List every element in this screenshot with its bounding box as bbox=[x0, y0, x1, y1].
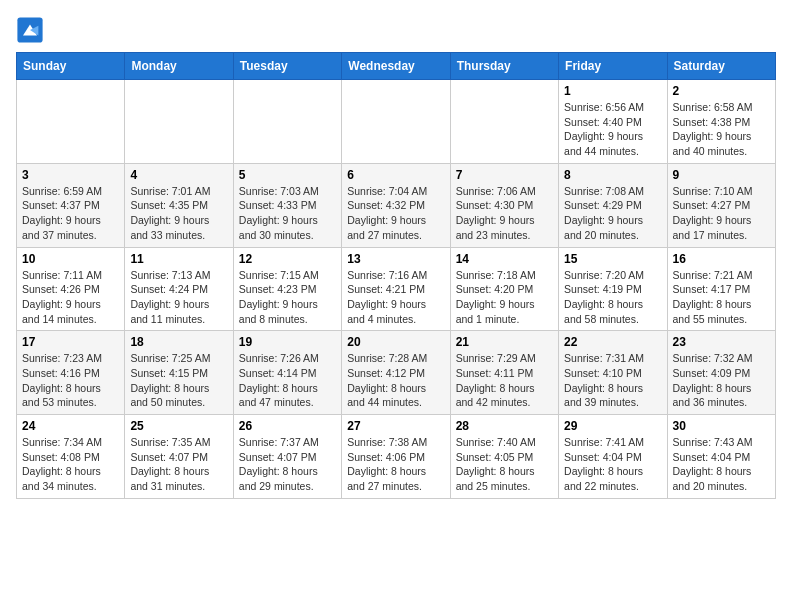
calendar-cell: 6Sunrise: 7:04 AM Sunset: 4:32 PM Daylig… bbox=[342, 163, 450, 247]
page-header bbox=[16, 16, 776, 44]
day-info: Sunrise: 7:35 AM Sunset: 4:07 PM Dayligh… bbox=[130, 435, 227, 494]
day-number: 1 bbox=[564, 84, 661, 98]
day-info: Sunrise: 7:34 AM Sunset: 4:08 PM Dayligh… bbox=[22, 435, 119, 494]
calendar-cell: 14Sunrise: 7:18 AM Sunset: 4:20 PM Dayli… bbox=[450, 247, 558, 331]
column-header-tuesday: Tuesday bbox=[233, 53, 341, 80]
day-info: Sunrise: 7:01 AM Sunset: 4:35 PM Dayligh… bbox=[130, 184, 227, 243]
calendar-cell: 18Sunrise: 7:25 AM Sunset: 4:15 PM Dayli… bbox=[125, 331, 233, 415]
calendar-cell: 11Sunrise: 7:13 AM Sunset: 4:24 PM Dayli… bbox=[125, 247, 233, 331]
calendar-cell: 13Sunrise: 7:16 AM Sunset: 4:21 PM Dayli… bbox=[342, 247, 450, 331]
calendar-cell: 25Sunrise: 7:35 AM Sunset: 4:07 PM Dayli… bbox=[125, 415, 233, 499]
day-info: Sunrise: 7:10 AM Sunset: 4:27 PM Dayligh… bbox=[673, 184, 770, 243]
calendar-cell: 16Sunrise: 7:21 AM Sunset: 4:17 PM Dayli… bbox=[667, 247, 775, 331]
day-info: Sunrise: 7:21 AM Sunset: 4:17 PM Dayligh… bbox=[673, 268, 770, 327]
day-info: Sunrise: 7:41 AM Sunset: 4:04 PM Dayligh… bbox=[564, 435, 661, 494]
calendar-cell bbox=[233, 80, 341, 164]
day-info: Sunrise: 7:26 AM Sunset: 4:14 PM Dayligh… bbox=[239, 351, 336, 410]
column-header-thursday: Thursday bbox=[450, 53, 558, 80]
day-info: Sunrise: 7:06 AM Sunset: 4:30 PM Dayligh… bbox=[456, 184, 553, 243]
day-number: 17 bbox=[22, 335, 119, 349]
logo bbox=[16, 16, 48, 44]
calendar-cell: 15Sunrise: 7:20 AM Sunset: 4:19 PM Dayli… bbox=[559, 247, 667, 331]
calendar-cell: 27Sunrise: 7:38 AM Sunset: 4:06 PM Dayli… bbox=[342, 415, 450, 499]
calendar-cell: 26Sunrise: 7:37 AM Sunset: 4:07 PM Dayli… bbox=[233, 415, 341, 499]
calendar-cell: 9Sunrise: 7:10 AM Sunset: 4:27 PM Daylig… bbox=[667, 163, 775, 247]
column-header-monday: Monday bbox=[125, 53, 233, 80]
calendar-cell: 30Sunrise: 7:43 AM Sunset: 4:04 PM Dayli… bbox=[667, 415, 775, 499]
column-header-sunday: Sunday bbox=[17, 53, 125, 80]
day-info: Sunrise: 7:13 AM Sunset: 4:24 PM Dayligh… bbox=[130, 268, 227, 327]
calendar-cell: 2Sunrise: 6:58 AM Sunset: 4:38 PM Daylig… bbox=[667, 80, 775, 164]
day-info: Sunrise: 7:08 AM Sunset: 4:29 PM Dayligh… bbox=[564, 184, 661, 243]
day-number: 25 bbox=[130, 419, 227, 433]
day-number: 8 bbox=[564, 168, 661, 182]
day-info: Sunrise: 7:20 AM Sunset: 4:19 PM Dayligh… bbox=[564, 268, 661, 327]
calendar-cell bbox=[342, 80, 450, 164]
calendar-cell: 29Sunrise: 7:41 AM Sunset: 4:04 PM Dayli… bbox=[559, 415, 667, 499]
day-info: Sunrise: 7:15 AM Sunset: 4:23 PM Dayligh… bbox=[239, 268, 336, 327]
day-info: Sunrise: 6:56 AM Sunset: 4:40 PM Dayligh… bbox=[564, 100, 661, 159]
calendar-cell: 23Sunrise: 7:32 AM Sunset: 4:09 PM Dayli… bbox=[667, 331, 775, 415]
day-number: 11 bbox=[130, 252, 227, 266]
day-info: Sunrise: 7:28 AM Sunset: 4:12 PM Dayligh… bbox=[347, 351, 444, 410]
day-number: 21 bbox=[456, 335, 553, 349]
day-number: 9 bbox=[673, 168, 770, 182]
column-header-friday: Friday bbox=[559, 53, 667, 80]
day-info: Sunrise: 7:23 AM Sunset: 4:16 PM Dayligh… bbox=[22, 351, 119, 410]
day-number: 18 bbox=[130, 335, 227, 349]
calendar-cell: 12Sunrise: 7:15 AM Sunset: 4:23 PM Dayli… bbox=[233, 247, 341, 331]
day-number: 4 bbox=[130, 168, 227, 182]
day-number: 15 bbox=[564, 252, 661, 266]
calendar-cell bbox=[125, 80, 233, 164]
day-info: Sunrise: 7:04 AM Sunset: 4:32 PM Dayligh… bbox=[347, 184, 444, 243]
day-number: 14 bbox=[456, 252, 553, 266]
day-info: Sunrise: 6:59 AM Sunset: 4:37 PM Dayligh… bbox=[22, 184, 119, 243]
calendar-table: SundayMondayTuesdayWednesdayThursdayFrid… bbox=[16, 52, 776, 499]
day-info: Sunrise: 7:40 AM Sunset: 4:05 PM Dayligh… bbox=[456, 435, 553, 494]
calendar-cell: 21Sunrise: 7:29 AM Sunset: 4:11 PM Dayli… bbox=[450, 331, 558, 415]
calendar-cell: 7Sunrise: 7:06 AM Sunset: 4:30 PM Daylig… bbox=[450, 163, 558, 247]
day-number: 27 bbox=[347, 419, 444, 433]
calendar-cell: 3Sunrise: 6:59 AM Sunset: 4:37 PM Daylig… bbox=[17, 163, 125, 247]
calendar-cell: 28Sunrise: 7:40 AM Sunset: 4:05 PM Dayli… bbox=[450, 415, 558, 499]
day-info: Sunrise: 7:43 AM Sunset: 4:04 PM Dayligh… bbox=[673, 435, 770, 494]
calendar-cell: 22Sunrise: 7:31 AM Sunset: 4:10 PM Dayli… bbox=[559, 331, 667, 415]
day-info: Sunrise: 7:16 AM Sunset: 4:21 PM Dayligh… bbox=[347, 268, 444, 327]
day-number: 20 bbox=[347, 335, 444, 349]
day-number: 13 bbox=[347, 252, 444, 266]
column-header-saturday: Saturday bbox=[667, 53, 775, 80]
day-number: 23 bbox=[673, 335, 770, 349]
calendar-cell: 5Sunrise: 7:03 AM Sunset: 4:33 PM Daylig… bbox=[233, 163, 341, 247]
day-number: 5 bbox=[239, 168, 336, 182]
day-number: 30 bbox=[673, 419, 770, 433]
calendar-cell: 10Sunrise: 7:11 AM Sunset: 4:26 PM Dayli… bbox=[17, 247, 125, 331]
day-number: 26 bbox=[239, 419, 336, 433]
day-info: Sunrise: 7:32 AM Sunset: 4:09 PM Dayligh… bbox=[673, 351, 770, 410]
logo-icon bbox=[16, 16, 44, 44]
day-number: 28 bbox=[456, 419, 553, 433]
calendar-cell: 17Sunrise: 7:23 AM Sunset: 4:16 PM Dayli… bbox=[17, 331, 125, 415]
calendar-cell: 4Sunrise: 7:01 AM Sunset: 4:35 PM Daylig… bbox=[125, 163, 233, 247]
calendar-cell: 1Sunrise: 6:56 AM Sunset: 4:40 PM Daylig… bbox=[559, 80, 667, 164]
day-number: 12 bbox=[239, 252, 336, 266]
day-info: Sunrise: 7:25 AM Sunset: 4:15 PM Dayligh… bbox=[130, 351, 227, 410]
calendar-cell: 19Sunrise: 7:26 AM Sunset: 4:14 PM Dayli… bbox=[233, 331, 341, 415]
day-info: Sunrise: 7:37 AM Sunset: 4:07 PM Dayligh… bbox=[239, 435, 336, 494]
calendar-cell bbox=[450, 80, 558, 164]
day-info: Sunrise: 7:03 AM Sunset: 4:33 PM Dayligh… bbox=[239, 184, 336, 243]
column-header-wednesday: Wednesday bbox=[342, 53, 450, 80]
calendar-cell bbox=[17, 80, 125, 164]
day-number: 29 bbox=[564, 419, 661, 433]
calendar-cell: 20Sunrise: 7:28 AM Sunset: 4:12 PM Dayli… bbox=[342, 331, 450, 415]
day-number: 10 bbox=[22, 252, 119, 266]
day-number: 24 bbox=[22, 419, 119, 433]
day-number: 3 bbox=[22, 168, 119, 182]
calendar-cell: 24Sunrise: 7:34 AM Sunset: 4:08 PM Dayli… bbox=[17, 415, 125, 499]
day-info: Sunrise: 7:18 AM Sunset: 4:20 PM Dayligh… bbox=[456, 268, 553, 327]
day-number: 22 bbox=[564, 335, 661, 349]
day-info: Sunrise: 7:38 AM Sunset: 4:06 PM Dayligh… bbox=[347, 435, 444, 494]
day-info: Sunrise: 7:29 AM Sunset: 4:11 PM Dayligh… bbox=[456, 351, 553, 410]
day-number: 19 bbox=[239, 335, 336, 349]
day-number: 7 bbox=[456, 168, 553, 182]
day-number: 2 bbox=[673, 84, 770, 98]
